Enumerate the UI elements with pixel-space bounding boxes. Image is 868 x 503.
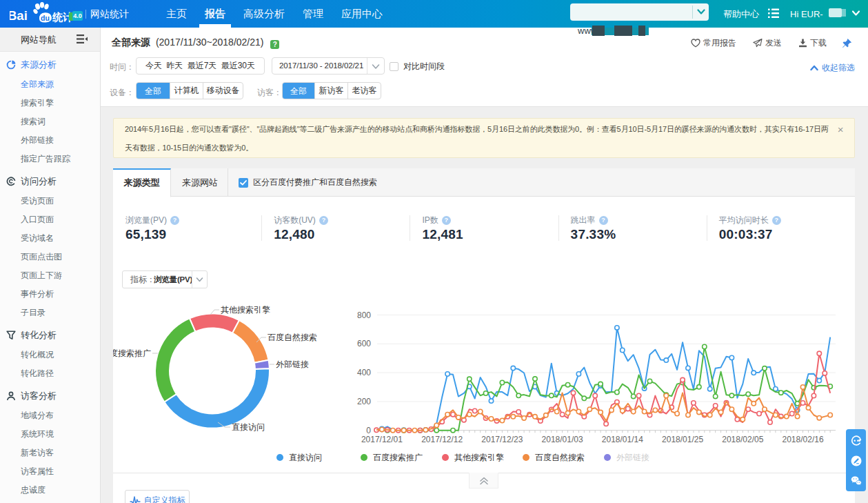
visitor-new[interactable]: 新访客	[314, 83, 347, 99]
collapse-filter-link[interactable]: 收起筛选	[810, 62, 855, 74]
sidebar-item-search-terms[interactable]: 搜索词	[0, 112, 100, 131]
line-marker	[549, 393, 554, 397]
line-marker	[620, 348, 625, 352]
sidebar-item-page-flow[interactable]: 页面上下游	[0, 266, 100, 285]
line-marker	[489, 417, 493, 421]
sidebar-item-system-environment[interactable]: 系统环境	[0, 425, 100, 444]
sidebar-item-external-links[interactable]: 外部链接	[0, 131, 100, 150]
double-chevron-up-icon	[479, 477, 489, 485]
sidebar-item-visited-domains[interactable]: 受访域名	[0, 229, 100, 248]
visitor-all[interactable]: 全部	[283, 82, 314, 99]
sidebar-item-page-click-map[interactable]: 页面点击图	[0, 248, 100, 266]
tab-source-type[interactable]: 来源类型	[113, 168, 171, 197]
report-list-icon[interactable]	[768, 8, 779, 19]
indicator-dropdown[interactable]: 指标： 浏览量(PV)	[122, 270, 208, 288]
line-marker	[785, 414, 789, 418]
help-question-badge[interactable]: ?	[270, 40, 279, 49]
feedback-pencil-icon[interactable]	[851, 455, 862, 466]
help-center-link[interactable]: 帮助中心	[723, 0, 759, 28]
metric-help-icon[interactable]: ?	[442, 216, 451, 225]
sidebar-item-visitor-attributes[interactable]: 访客属性	[0, 462, 100, 481]
sidebar-section-visitor-analysis[interactable]: 访客分析	[0, 386, 100, 406]
nav-report[interactable]: 报告	[196, 0, 234, 28]
line-series	[376, 353, 830, 430]
preset-today[interactable]: 今天	[145, 58, 162, 74]
compare-period-checkbox[interactable]	[390, 62, 398, 71]
device-computer[interactable]: 计算机	[170, 83, 203, 99]
sidebar-item-conversion-overview[interactable]: 转化概况	[0, 346, 100, 364]
line-marker	[729, 407, 734, 411]
service-robot-icon[interactable]	[851, 435, 862, 446]
legend-label[interactable]: 其他搜索引擎	[454, 453, 504, 462]
sidebar-section-visit-analysis[interactable]: 访问分析	[0, 171, 100, 192]
legend-label[interactable]: 百度自然搜索	[535, 453, 585, 462]
sidebar-section-conversion-analysis[interactable]: 转化分析	[0, 325, 100, 346]
legend-dot	[276, 454, 283, 461]
tab-source-website[interactable]: 来源网站	[172, 168, 228, 197]
line-marker	[500, 418, 504, 422]
line-marker	[593, 393, 597, 397]
floating-action-panel	[846, 429, 866, 491]
date-range-picker[interactable]: 2017/11/30 - 2018/02/21	[272, 57, 385, 75]
logo-separator	[85, 10, 86, 19]
metric-help-icon[interactable]: ?	[170, 216, 179, 225]
heart-icon	[691, 39, 700, 48]
donut-slice	[232, 320, 268, 363]
line-marker	[790, 411, 794, 415]
nav-advanced-analysis[interactable]: 高级分析	[234, 0, 294, 28]
donut-slice	[155, 318, 195, 402]
sidebar-item-search-engines[interactable]: 搜索引擎	[0, 94, 100, 112]
logo-bai-text: Bai	[10, 8, 28, 23]
legend-label[interactable]: 百度搜索推广	[373, 453, 423, 462]
sidebar-item-loyalty[interactable]: 忠诚度	[0, 481, 100, 500]
trend-line-chart[interactable]: 02004006008002017/12/012017/12/122017/12…	[272, 293, 855, 497]
favorite-report-button[interactable]: 常用报告	[691, 37, 736, 49]
person-icon	[6, 391, 16, 401]
metric-help-icon[interactable]: ?	[599, 216, 608, 225]
custom-metric-button[interactable]: 自定义指标	[125, 490, 190, 503]
legend-label[interactable]: 外部链接	[616, 453, 649, 462]
collapse-chart-button[interactable]	[469, 473, 498, 489]
visitor-returning[interactable]: 老访客	[347, 83, 381, 99]
pin-report-button[interactable]	[842, 38, 855, 48]
send-report-button[interactable]: 发送	[753, 37, 782, 49]
preset-yesterday[interactable]: 昨天	[166, 58, 183, 74]
line-marker	[708, 387, 712, 391]
sidebar-item-ad-tracking[interactable]: 指定广告跟踪	[0, 150, 100, 168]
device-all[interactable]: 全部	[137, 82, 170, 99]
sidebar-item-event-analysis[interactable]: 事件分析	[0, 285, 100, 304]
device-mobile[interactable]: 移动设备	[203, 83, 243, 99]
sidebar-item-all-sources[interactable]: 全部来源	[0, 75, 100, 94]
metric-help-icon[interactable]: ?	[772, 216, 781, 225]
download-report-button[interactable]: 下载	[798, 37, 827, 49]
legend-label[interactable]: 直接访问	[289, 453, 322, 462]
notice-close-icon[interactable]: ×	[836, 125, 845, 135]
user-menu-chevron-icon[interactable]	[852, 10, 860, 17]
line-marker	[746, 407, 750, 411]
metric-ip: IP数? 12,481	[410, 197, 558, 259]
metric-help-icon[interactable]: ?	[319, 216, 328, 225]
sidebar-item-subdirectory[interactable]: 子目录	[0, 304, 100, 322]
user-name-redacted[interactable]	[829, 8, 842, 17]
nav-manage[interactable]: 管理	[294, 0, 332, 28]
nav-app-center[interactable]: 应用中心	[332, 0, 392, 28]
distinguish-checkbox[interactable]	[239, 178, 248, 188]
sidebar-item-conversion-path[interactable]: 转化路径	[0, 364, 100, 383]
site-select-dropdown[interactable]	[570, 3, 709, 21]
sidebar-section-source-analysis[interactable]: 来源分析	[0, 55, 100, 75]
preset-last-7-days[interactable]: 最近7天	[188, 58, 217, 74]
preset-last-30-days[interactable]: 最近30天	[221, 58, 255, 74]
report-date-range: (2017/11/30~2018/02/21)	[156, 37, 264, 48]
sidebar-item-entry-pages[interactable]: 入口页面	[0, 210, 100, 229]
sidebar-item-new-returning-visitors[interactable]: 新老访客	[0, 444, 100, 462]
wechat-icon[interactable]	[851, 475, 862, 486]
metric-avg-duration: 平均访问时长? 00:03:37	[707, 197, 855, 259]
nav-home[interactable]: 主页	[157, 0, 196, 28]
line-marker	[511, 366, 515, 370]
baidu-tongji-logo[interactable]: Bai du 统计	[10, 1, 77, 26]
sidebar-item-visited-pages[interactable]: 受访页面	[0, 192, 100, 210]
line-marker	[483, 391, 487, 395]
screen: {"header":{"logo_bai":"Bai","logo_du":"d…	[0, 0, 868, 503]
sidebar-item-region-distribution[interactable]: 地域分布	[0, 406, 100, 425]
sidebar-collapse-icon[interactable]	[77, 34, 88, 44]
